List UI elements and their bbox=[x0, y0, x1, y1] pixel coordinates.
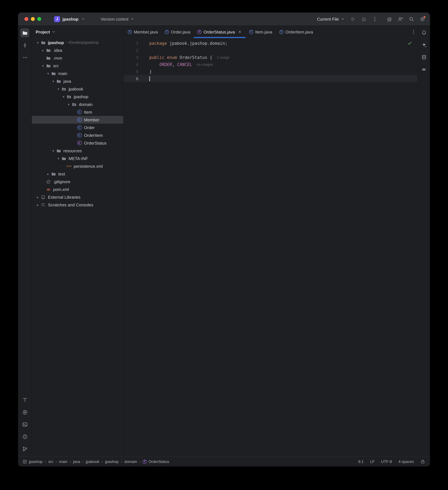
code-editor[interactable]: 1package jpabook.jpashop.domain;23public… bbox=[124, 38, 417, 456]
code-line-5[interactable]: 5} bbox=[124, 68, 417, 75]
breadcrumb-java[interactable]: java bbox=[73, 459, 80, 464]
inspections-ok-icon[interactable] bbox=[407, 41, 412, 46]
code-line-4[interactable]: 4 ORDER, CANCELno usages bbox=[124, 61, 417, 68]
database-icon[interactable] bbox=[420, 53, 428, 61]
line-number[interactable]: 2 bbox=[124, 48, 144, 53]
breadcrumb-jpabook[interactable]: jpabook bbox=[86, 459, 99, 464]
expand-toggle-icon[interactable]: ▾ bbox=[51, 79, 56, 83]
breadcrumb-jpashop[interactable]: jpashop bbox=[105, 459, 119, 464]
ai-assistant-icon[interactable] bbox=[420, 41, 428, 49]
tree-item-pom-xml[interactable]: mpom.xml bbox=[32, 185, 123, 193]
run-configuration-selector[interactable]: Current File bbox=[317, 17, 345, 21]
tree-item-orderitem[interactable]: COrderItem bbox=[32, 131, 123, 139]
expand-toggle-icon[interactable]: ▸ bbox=[45, 172, 51, 176]
expand-toggle-icon[interactable]: ▸ bbox=[35, 203, 41, 207]
terminal-icon[interactable] bbox=[20, 420, 29, 429]
expand-toggle-icon[interactable]: ▾ bbox=[61, 95, 66, 98]
more-actions-icon[interactable] bbox=[371, 16, 378, 22]
code-line-2[interactable]: 2 bbox=[124, 47, 417, 54]
usage-inlay-hint[interactable]: no usages bbox=[197, 62, 213, 66]
project-tool-window-header[interactable]: Project bbox=[32, 26, 123, 38]
expand-toggle-icon[interactable]: ▾ bbox=[40, 64, 46, 67]
tree-item-test[interactable]: ▸test bbox=[32, 170, 123, 178]
project-folder-icon[interactable] bbox=[20, 28, 29, 37]
tree-item-scratches-and-consoles[interactable]: ▸Scratches and Consoles bbox=[32, 201, 123, 209]
code-line-3[interactable]: 3public enum OrderStatus {1 usage bbox=[124, 54, 417, 61]
tree-item-gitignore[interactable]: .gitignore bbox=[32, 178, 123, 185]
tree-item-member[interactable]: CMember bbox=[32, 116, 123, 124]
close-window-button[interactable] bbox=[25, 17, 28, 21]
expand-toggle-icon[interactable]: ▾ bbox=[51, 149, 56, 152]
breadcrumb-label: jpabook bbox=[86, 459, 99, 464]
tree-item-meta-inf[interactable]: ▾META-INF bbox=[32, 155, 123, 162]
tree-item-resources[interactable]: ▾resources bbox=[32, 147, 123, 155]
tree-item-order[interactable]: COrder bbox=[32, 124, 123, 131]
breadcrumb-orderstatus[interactable]: EOrderStatus bbox=[143, 459, 169, 464]
minimize-window-button[interactable] bbox=[31, 17, 35, 21]
tree-item-item[interactable]: CItem bbox=[32, 108, 123, 116]
line-number[interactable]: 5 bbox=[124, 69, 144, 74]
code-line-1[interactable]: 1package jpabook.jpashop.domain; bbox=[124, 40, 417, 47]
tree-item-main[interactable]: ▾main bbox=[32, 70, 123, 77]
breadcrumb-jpashop[interactable]: jpashop bbox=[23, 459, 43, 464]
usage-inlay-hint[interactable]: 1 usage bbox=[217, 55, 229, 59]
breadcrumb-main[interactable]: main bbox=[59, 459, 68, 464]
tree-item-jpashop[interactable]: ▾jpashop~/Desktop/jpashop bbox=[32, 39, 123, 46]
expand-toggle-icon[interactable]: ▾ bbox=[35, 41, 41, 44]
search-everywhere-icon[interactable] bbox=[408, 16, 414, 22]
tab-item-java[interactable]: CItem.java bbox=[246, 26, 276, 38]
line-number[interactable]: 6 bbox=[124, 76, 144, 81]
line-number[interactable]: 3 bbox=[124, 55, 144, 60]
tab-member-java[interactable]: CMember.java bbox=[124, 26, 161, 38]
expand-toggle-icon[interactable]: ▸ bbox=[35, 195, 41, 199]
debug-button[interactable] bbox=[361, 16, 367, 22]
tree-item-domain[interactable]: ▾domain bbox=[32, 100, 123, 108]
tab-orderitem-java[interactable]: COrderItem.java bbox=[276, 26, 317, 38]
code-line-6[interactable]: 6 bbox=[124, 75, 417, 82]
tree-item-idea[interactable]: ▸.idea bbox=[32, 46, 123, 54]
tree-item-external-libraries[interactable]: ▸External Libraries bbox=[32, 193, 123, 201]
breadcrumb-src[interactable]: src bbox=[48, 459, 53, 464]
commit-icon[interactable] bbox=[20, 41, 29, 50]
run-button[interactable] bbox=[350, 16, 356, 22]
tree-item-persistence-xml[interactable]: </>persistence.xml bbox=[32, 162, 123, 170]
tree-item-src[interactable]: ▾src bbox=[32, 62, 123, 70]
maven-icon[interactable]: m bbox=[420, 65, 428, 73]
ai-assistant-icon[interactable]: @ bbox=[386, 16, 393, 22]
tree-item-mvn[interactable]: .mvn bbox=[32, 54, 123, 62]
breadcrumb-domain[interactable]: domain bbox=[124, 459, 137, 464]
vcs-widget[interactable]: Version control bbox=[101, 17, 135, 21]
line-number[interactable]: 4 bbox=[124, 62, 144, 67]
tree-item-orderstatus[interactable]: EOrderStatus bbox=[32, 139, 123, 147]
tree-item-label: .idea bbox=[53, 48, 62, 53]
tree-item-label: main bbox=[58, 71, 67, 76]
line-separator-widget[interactable]: LF bbox=[370, 459, 375, 464]
tree-item-jpabook[interactable]: ▾jpabook bbox=[32, 85, 123, 93]
zoom-window-button[interactable] bbox=[37, 17, 41, 21]
tree-item-java[interactable]: ▾java bbox=[32, 77, 123, 85]
encoding-widget[interactable]: UTF-8 bbox=[381, 459, 392, 464]
expand-toggle-icon[interactable]: ▾ bbox=[45, 72, 51, 75]
problems-icon[interactable] bbox=[20, 432, 29, 441]
expand-toggle-icon[interactable]: ▾ bbox=[56, 87, 61, 91]
expand-toggle-icon[interactable]: ▸ bbox=[40, 48, 46, 52]
line-number[interactable]: 1 bbox=[124, 41, 144, 45]
tab-orderstatus-java[interactable]: EOrderStatus.java bbox=[194, 26, 246, 38]
close-tab-icon[interactable] bbox=[238, 30, 242, 34]
more-icon[interactable] bbox=[20, 53, 29, 62]
build-icon[interactable] bbox=[20, 395, 29, 404]
notifications-icon[interactable] bbox=[420, 28, 428, 37]
tab-options-icon[interactable] bbox=[410, 26, 417, 38]
code-with-me-icon[interactable] bbox=[397, 16, 404, 22]
tab-order-java[interactable]: COrder.java bbox=[161, 26, 194, 38]
settings-icon[interactable] bbox=[419, 16, 425, 22]
caret-position-widget[interactable]: 6:1 bbox=[358, 459, 364, 464]
expand-toggle-icon[interactable]: ▾ bbox=[56, 157, 61, 160]
tree-item-jpashop[interactable]: ▾jpashop bbox=[32, 93, 123, 100]
project-widget[interactable]: J jpashop bbox=[54, 16, 85, 22]
version-control-icon[interactable] bbox=[20, 444, 29, 453]
expand-toggle-icon[interactable]: ▾ bbox=[66, 103, 71, 106]
run-icon[interactable] bbox=[20, 408, 29, 417]
indent-widget[interactable]: 4 spaces bbox=[398, 459, 414, 464]
file-lock-icon[interactable] bbox=[420, 459, 425, 464]
